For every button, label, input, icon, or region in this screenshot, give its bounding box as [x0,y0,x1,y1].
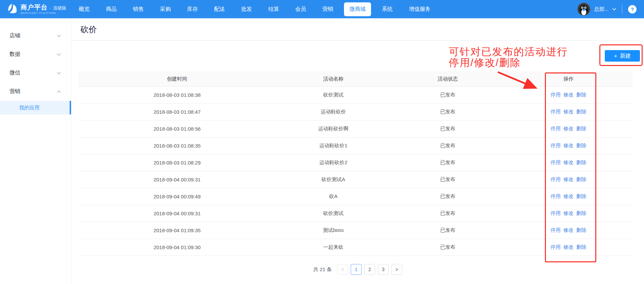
sidebar-child-label: 我的应用 [19,105,40,111]
chevron-down-icon [57,72,61,74]
main-content: 砍价 创建时间 活动名称 活动状态 操作 2018-08-03 01:08:38… [71,18,644,284]
nav-item-purchase[interactable]: 采购 [155,2,176,16]
cell-created: 2018-08-03 01:08:29 [78,160,276,166]
pagination-next-button[interactable]: > [391,264,402,275]
cell-actions: 停用修改删除 [505,244,632,250]
action-delete-link[interactable]: 删除 [576,227,586,233]
toolbar [71,41,644,71]
cell-status: 已发布 [391,126,505,132]
sidebar-item-label: 数据 [9,51,20,58]
nav-divider [622,5,622,14]
action-delete-link[interactable]: 删除 [576,126,586,131]
action-stop-link[interactable]: 停用 [551,126,561,131]
cell-actions: 停用修改删除 [505,159,632,166]
help-button[interactable]: ? [628,5,637,14]
cell-name: 运动鞋砍价啊 [276,126,391,132]
action-delete-link[interactable]: 删除 [576,143,586,148]
sidebar-item-marketing[interactable]: 营销 [0,82,71,101]
chevron-up-icon [57,90,61,93]
cell-created: 2018-08-03 01:08:47 [78,109,276,115]
app-window: 商户平台 · 连锁版 MERCHANT PLATFORM 概览商品销售采购库存配… [0,0,644,284]
action-stop-link[interactable]: 停用 [551,92,561,97]
penguin-avatar-icon [577,3,590,16]
action-delete-link[interactable]: 删除 [576,92,586,97]
cell-actions: 停用修改删除 [505,193,632,200]
action-delete-link[interactable]: 删除 [576,109,586,114]
nav-item-marketing[interactable]: 营销 [317,2,339,16]
nav-item-wholesale[interactable]: 批发 [236,2,257,16]
action-delete-link[interactable]: 删除 [576,193,586,199]
brand-edition: 连锁版 [53,6,66,10]
top-nav-bar: 商户平台 · 连锁版 MERCHANT PLATFORM 概览商品销售采购库存配… [0,0,644,18]
brand-separator: · [50,6,51,10]
cell-name: 砍价测试 [276,210,391,217]
action-stop-link[interactable]: 停用 [551,109,561,114]
table-row: 2018-08-03 01:08:38 砍价测试 已发布 停用修改删除 [78,87,632,104]
cell-created: 2018-09-04 00:09:31 [78,177,276,182]
cell-name: 运动鞋砍价 [276,109,391,115]
prev-icon: < [341,267,344,272]
nav-item-settlement[interactable]: 结算 [263,2,284,16]
action-edit-link[interactable]: 修改 [564,227,574,233]
cell-created: 2018-09-04 00:09:49 [78,194,276,199]
table-row: 2018-08-03 01:08:35 运动鞋砍价1 已发布 停用修改删除 [78,137,632,154]
action-delete-link[interactable]: 删除 [576,159,586,165]
nav-item-sales[interactable]: 销售 [128,2,149,16]
action-stop-link[interactable]: 停用 [551,176,561,182]
nav-item-micro-mall[interactable]: 微商城 [344,2,371,16]
action-edit-link[interactable]: 修改 [564,109,574,114]
user-avatar[interactable] [577,3,590,16]
table-row: 2018-09-04 00:09:31 砍价测试A 已发布 停用修改删除 [78,171,632,188]
sidebar-item-my-apps[interactable]: 我的应用 [0,101,71,114]
action-edit-link[interactable]: 修改 [564,159,574,165]
nav-item-inventory[interactable]: 库存 [182,2,203,16]
user-name[interactable]: 总部... [594,6,608,13]
pagination-prev-button[interactable]: < [337,264,348,275]
action-edit-link[interactable]: 修改 [564,244,574,250]
action-edit-link[interactable]: 修改 [564,210,574,216]
pagination: 共 21 条 < 123 > [71,264,644,275]
sidebar-item-wechat[interactable]: 微信 [0,64,71,82]
action-stop-link[interactable]: 停用 [551,210,561,216]
action-edit-link[interactable]: 修改 [564,143,574,148]
page-title: 砍价 [80,24,97,35]
action-stop-link[interactable]: 停用 [551,143,561,148]
action-edit-link[interactable]: 修改 [564,193,574,199]
action-edit-link[interactable]: 修改 [564,126,574,131]
cell-actions: 停用修改删除 [505,92,632,98]
nav-item-delivery[interactable]: 配送 [209,2,230,16]
nav-item-overview[interactable]: 概览 [73,2,95,16]
cell-actions: 停用修改删除 [505,143,632,149]
nav-item-system[interactable]: 系统 [376,2,398,16]
nav-item-members[interactable]: 会员 [290,2,312,16]
action-stop-link[interactable]: 停用 [551,193,561,199]
action-edit-link[interactable]: 修改 [564,176,574,182]
pagination-pages: 123 [351,264,389,275]
user-chevron-down-icon[interactable] [612,8,616,10]
cell-name: 砍价测试A [276,176,391,183]
create-button-label: 新建 [620,52,631,60]
table-row: 2018-09-04 00:09:31 砍价测试 已发布 停用修改删除 [78,205,632,222]
column-header-name: 活动名称 [276,76,391,82]
cell-created: 2018-08-03 01:08:56 [78,126,276,132]
action-stop-link[interactable]: 停用 [551,159,561,165]
create-button[interactable]: + 新建 [605,50,640,62]
sidebar-item-shop[interactable]: 店铺 [0,26,71,45]
action-edit-link[interactable]: 修改 [564,92,574,97]
nav-item-goods[interactable]: 商品 [100,2,122,16]
action-stop-link[interactable]: 停用 [551,244,561,250]
page-button-3[interactable]: 3 [378,264,389,275]
sidebar-item-data[interactable]: 数据 [0,45,71,64]
table-row: 2018-09-04 00:09:49 砍A 已发布 停用修改删除 [78,188,632,205]
page-button-2[interactable]: 2 [364,264,375,275]
page-button-1[interactable]: 1 [351,264,362,275]
cell-status: 已发布 [391,227,505,234]
action-stop-link[interactable]: 停用 [551,227,561,233]
action-delete-link[interactable]: 删除 [576,244,586,250]
action-delete-link[interactable]: 删除 [576,210,586,216]
table-row: 2018-09-04 01:09:35 测试boss 已发布 停用修改删除 [78,222,632,239]
cell-actions: 停用修改删除 [505,176,632,183]
nav-item-value-added[interactable]: 增值服务 [404,2,436,16]
brand-subtitle: MERCHANT PLATFORM [21,12,66,14]
action-delete-link[interactable]: 删除 [576,176,586,182]
